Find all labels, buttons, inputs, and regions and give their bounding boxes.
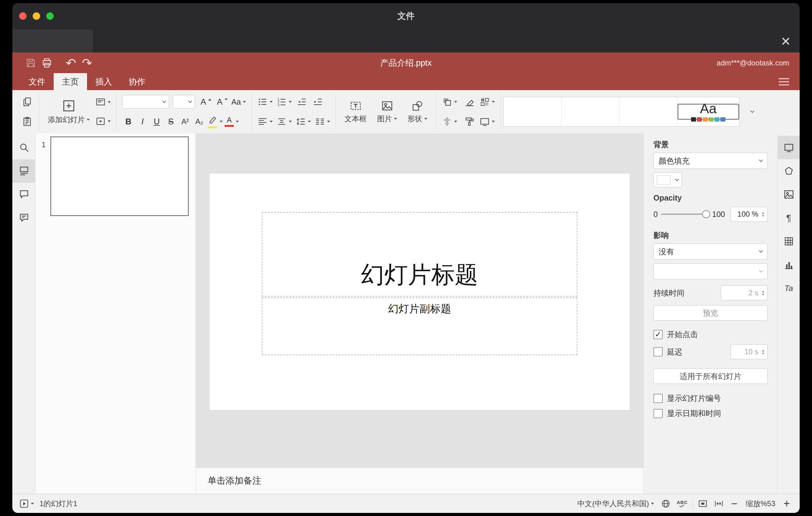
decrease-font-button[interactable]: A: [215, 94, 228, 109]
sidebar-search-button[interactable]: [12, 136, 35, 159]
copy-button[interactable]: [21, 94, 33, 109]
notes-area[interactable]: 单击添加备注: [196, 467, 643, 494]
subtitle-placeholder[interactable]: 幻灯片副标题: [262, 297, 578, 355]
spinner-arrows-icon[interactable]: ▲▼: [761, 211, 765, 217]
slide-layout-button[interactable]: [95, 95, 111, 110]
undo-button[interactable]: ↶: [63, 55, 79, 71]
slideshow-play-icon: [19, 499, 29, 509]
duration-spinner[interactable]: 2 s ▲▼: [721, 285, 767, 300]
font-size-select[interactable]: [173, 95, 195, 109]
shape-settings-button[interactable]: [778, 159, 800, 183]
theme-item[interactable]: [561, 97, 619, 126]
strikethrough-button[interactable]: S: [165, 114, 177, 129]
decrease-indent-button[interactable]: [295, 94, 308, 109]
arrange-shape-button[interactable]: [442, 94, 457, 109]
table-settings-button[interactable]: [778, 230, 800, 253]
subscript-button[interactable]: A₂: [193, 114, 205, 129]
show-slide-number-checkbox[interactable]: [654, 394, 663, 403]
zoom-out-button[interactable]: −: [728, 498, 741, 509]
change-case-button[interactable]: Aa: [231, 94, 246, 109]
paragraph-settings-button[interactable]: ¶: [778, 206, 800, 230]
menu-button[interactable]: [779, 78, 789, 85]
tab-collaboration[interactable]: 协作: [120, 73, 154, 90]
opacity-slider[interactable]: [661, 213, 709, 215]
textbox-button[interactable]: 文本框: [342, 100, 370, 124]
tab-insert[interactable]: 插入: [87, 73, 120, 90]
effect-select[interactable]: 没有: [654, 243, 767, 260]
textart-settings-button[interactable]: Ta: [778, 277, 800, 300]
fill-type-select[interactable]: 颜色填充: [654, 153, 767, 169]
chart-settings-button[interactable]: [778, 253, 800, 277]
increase-indent-button[interactable]: [312, 94, 324, 109]
tab-file[interactable]: 文件: [20, 73, 54, 90]
font-name-select[interactable]: [122, 95, 169, 109]
slide[interactable]: 幻灯片标题 幻灯片副标题: [209, 173, 630, 410]
insert-group: 文本框 图片 形状: [339, 90, 433, 133]
theme-item[interactable]: [619, 97, 677, 126]
redo-button[interactable]: ↷: [79, 55, 95, 71]
delay-spinner[interactable]: 10 s ▲▼: [730, 344, 767, 359]
theme-gallery-more-button[interactable]: [743, 97, 760, 126]
theme-item-selected[interactable]: Aa: [677, 104, 739, 120]
sidebar-comments-button[interactable]: [12, 183, 35, 206]
effect-option-select[interactable]: [654, 263, 767, 279]
spellcheck-button[interactable]: ABC: [677, 500, 688, 507]
italic-button[interactable]: I: [136, 114, 149, 129]
traffic-zoom-button[interactable]: [46, 12, 54, 20]
numbering-button[interactable]: 123: [277, 94, 292, 109]
slide-thumbnail[interactable]: [50, 136, 189, 216]
font-color-button[interactable]: A: [225, 114, 239, 129]
zoom-in-button[interactable]: +: [781, 498, 793, 509]
theme-item[interactable]: [503, 97, 561, 126]
slide-canvas[interactable]: 幻灯片标题 幻灯片副标题: [196, 133, 643, 467]
image-button[interactable]: 图片: [374, 100, 400, 124]
vertical-align-button[interactable]: [277, 114, 292, 129]
show-date-time-checkbox[interactable]: [654, 409, 663, 418]
opacity-slider-knob[interactable]: [702, 210, 710, 218]
language-select[interactable]: 中文(中华人民共和国): [578, 499, 654, 509]
start-on-click-label: 开始点击: [667, 329, 698, 340]
tab-home[interactable]: 主页: [54, 73, 87, 90]
color-scheme-button[interactable]: [480, 94, 495, 109]
underline-button[interactable]: U: [150, 114, 163, 129]
clear-style-button[interactable]: [463, 94, 476, 109]
copy-style-icon: [464, 116, 475, 127]
close-icon[interactable]: ×: [781, 33, 790, 49]
start-slideshow-button[interactable]: [95, 114, 111, 129]
sidebar-slides-button[interactable]: [12, 159, 35, 183]
slide-size-button[interactable]: [480, 114, 495, 129]
save-button[interactable]: [23, 55, 39, 71]
fill-color-select[interactable]: [654, 173, 682, 187]
line-spacing-button[interactable]: [295, 114, 311, 129]
fit-width-button[interactable]: [714, 499, 724, 509]
traffic-minimize-button[interactable]: [33, 12, 40, 20]
copy-style-button[interactable]: [463, 114, 476, 129]
columns-button[interactable]: [315, 114, 330, 129]
document-language-button[interactable]: [661, 499, 671, 509]
start-on-click-checkbox[interactable]: ✓: [654, 330, 663, 339]
align-shape-button[interactable]: [442, 114, 457, 129]
print-button[interactable]: [39, 55, 55, 71]
align-button[interactable]: [257, 114, 273, 129]
traffic-close-button[interactable]: [19, 12, 27, 20]
increase-font-button[interactable]: A: [199, 94, 211, 109]
highlight-color-button[interactable]: [207, 114, 223, 129]
opacity-spinner[interactable]: 100 % ▲▼: [730, 207, 767, 222]
sidebar-feedback-button[interactable]: [12, 206, 35, 230]
bullets-button[interactable]: [257, 94, 273, 109]
paste-button[interactable]: [21, 114, 33, 129]
superscript-button[interactable]: A²: [179, 114, 191, 129]
preview-button[interactable]: 预览: [654, 305, 767, 321]
title-placeholder[interactable]: 幻灯片标题: [262, 212, 578, 296]
shape-button[interactable]: 形状: [404, 100, 430, 124]
slide-settings-button[interactable]: [778, 136, 800, 159]
undo-icon: ↶: [66, 57, 76, 69]
add-slide-button[interactable]: 添加幻灯片: [45, 99, 93, 125]
slide-title-text: 幻灯片标题: [361, 259, 478, 291]
start-slideshow-status-button[interactable]: [19, 499, 34, 509]
fit-slide-button[interactable]: [698, 499, 708, 509]
image-settings-button[interactable]: [778, 183, 800, 206]
apply-all-button[interactable]: 适用于所有幻灯片: [654, 369, 767, 384]
delay-checkbox[interactable]: [654, 347, 663, 356]
bold-button[interactable]: B: [122, 114, 135, 129]
